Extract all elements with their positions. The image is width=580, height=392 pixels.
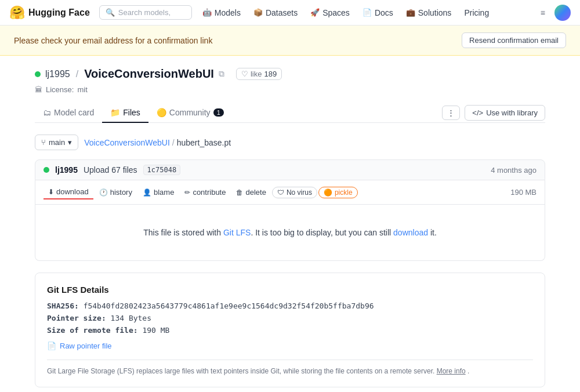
nav-docs[interactable]: 📄 Docs (357, 6, 399, 20)
nav-pricing-label: Pricing (464, 8, 489, 17)
nav-docs-label: Docs (375, 8, 393, 17)
lfs-sha-row: SHA256: f54b40fd2802423a5643779c4861af1e… (47, 302, 533, 310)
repo-name: VoiceConversionWebUI (84, 67, 214, 81)
community-icon: 🟡 (157, 108, 166, 117)
lfs-stored-text: This file is stored with (143, 228, 223, 237)
commit-message: Upload 67 files (84, 165, 137, 175)
tab-community[interactable]: 🟡 Community 1 (148, 103, 232, 123)
commit-status-dot (44, 167, 49, 173)
git-lfs-link[interactable]: Git LFS (223, 228, 251, 237)
download-action[interactable]: ⬇ download (44, 185, 93, 199)
use-with-library-button[interactable]: </> Use with library (465, 105, 545, 121)
tabs-right: ⋮ </> Use with library (442, 105, 545, 121)
tab-model-card-label: Model card (54, 108, 94, 117)
tab-files-label: Files (123, 108, 140, 117)
lfs-download-link[interactable]: download (393, 228, 428, 237)
resend-confirmation-button[interactable]: Resend confirmation email (462, 32, 566, 48)
contribute-icon: ✏ (184, 188, 190, 197)
delete-icon: 🗑 (236, 188, 243, 197)
nav-datasets[interactable]: 📦 Datasets (248, 6, 303, 20)
chevron-down-icon: ▾ (68, 138, 72, 147)
docs-icon: 📄 (362, 8, 372, 17)
more-info-link[interactable]: More info (437, 367, 466, 375)
nav-solutions-label: Solutions (418, 8, 452, 17)
nav-solutions[interactable]: 💼 Solutions (400, 6, 458, 20)
lfs-pointer-value: 134 Bytes (111, 314, 151, 322)
more-options-button[interactable]: ⋮ (442, 106, 460, 120)
blame-icon: 👤 (143, 188, 151, 197)
nav-spaces-label: Spaces (322, 8, 350, 17)
lfs-sha-value: f54b40fd2802423a5643779c4861af1e9ee9c156… (84, 302, 374, 310)
copy-icon[interactable]: ⧉ (219, 69, 224, 79)
lfs-period: . (467, 367, 469, 375)
brand-name: Hugging Face (28, 8, 90, 18)
lfs-message: This file is stored with Git LFS. It is … (47, 228, 533, 237)
avatar[interactable] (554, 5, 571, 21)
history-action[interactable]: 🕐 history (95, 186, 137, 199)
commit-time: 4 months ago (491, 166, 536, 175)
raw-pointer-link[interactable]: 📄 Raw pointer file (47, 342, 533, 350)
pickle-label: pickle (335, 188, 353, 197)
delete-action[interactable]: 🗑 delete (231, 186, 270, 199)
tab-model-card[interactable]: 🗂 Model card (35, 103, 102, 123)
lfs-details-title: Git LFS Details (47, 285, 533, 295)
blame-label: blame (154, 188, 174, 197)
like-button[interactable]: ♡ like 189 (236, 68, 282, 80)
model-card-icon: 🗂 (43, 108, 51, 117)
raw-pointer-label: Raw pointer file (60, 342, 112, 350)
download-icon: ⬇ (48, 188, 54, 196)
nav-spaces[interactable]: 🚀 Spaces (304, 6, 356, 20)
file-nav: ⑂ main ▾ VoiceConversionWebUI / hubert_b… (35, 135, 545, 150)
lfs-footer: Git Large File Storage (LFS) replaces la… (47, 360, 533, 375)
history-label: history (110, 188, 132, 197)
license-building-icon: 🏛 (35, 85, 42, 94)
lfs-end-text: it. (428, 228, 437, 237)
hf-logo-icon: 🤗 (9, 5, 25, 20)
no-virus-label: No virus (287, 188, 312, 197)
delete-label: delete (245, 188, 266, 197)
navbar: 🤗 Hugging Face 🔍 Search models, 🤖 Models… (0, 0, 580, 26)
nav-pricing[interactable]: Pricing (458, 6, 495, 20)
commit-hash[interactable]: 1c75048 (143, 165, 181, 175)
commit-user[interactable]: lj1995 (55, 165, 78, 175)
tab-community-label: Community (169, 108, 211, 117)
breadcrumb-separator: / (172, 138, 175, 147)
lfs-details-panel: Git LFS Details SHA256: f54b40fd2802423a… (35, 273, 545, 387)
repo-owner[interactable]: lj1995 (45, 69, 70, 79)
search-icon: 🔍 (106, 8, 115, 17)
blame-action[interactable]: 👤 blame (138, 186, 179, 199)
heart-icon: ♡ (241, 70, 248, 78)
banner-text: Please check your email address for a co… (14, 36, 212, 45)
breadcrumb: VoiceConversionWebUI / hubert_base.pt (84, 138, 231, 147)
nav-models[interactable]: 🤖 Models (197, 6, 246, 20)
spaces-icon: 🚀 (310, 8, 320, 17)
lfs-pointer-row: Pointer size: 134 Bytes (47, 314, 533, 322)
breadcrumb-file: hubert_base.pt (177, 138, 231, 147)
file-size: 190 MB (510, 188, 536, 197)
code-icon: </> (472, 108, 483, 117)
contribute-action[interactable]: ✏ contribute (180, 186, 230, 199)
pickle-icon: 🟠 (324, 188, 332, 197)
branch-name: main (49, 138, 65, 147)
branch-selector[interactable]: ⑂ main ▾ (35, 135, 78, 150)
download-label: download (56, 187, 89, 196)
brand-logo[interactable]: 🤗 Hugging Face (9, 5, 90, 20)
search-placeholder: Search models, (118, 8, 171, 17)
lfs-remote-row: Size of remote file: 190 MB (47, 326, 533, 335)
breadcrumb-root-link[interactable]: VoiceConversionWebUI (84, 138, 170, 147)
files-icon: 📁 (110, 108, 120, 117)
hamburger-menu[interactable]: ≡ (536, 6, 550, 20)
confirmation-banner: Please check your email address for a co… (0, 26, 580, 56)
license-row: 🏛 License: mit (35, 85, 545, 94)
no-virus-badge: 🛡 No virus (272, 187, 317, 198)
file-icon: 📄 (47, 342, 56, 350)
tab-files[interactable]: 📁 Files (102, 103, 148, 123)
tabs: 🗂 Model card 📁 Files 🟡 Community 1 ⋮ </>… (35, 103, 545, 123)
nav-right: ≡ (536, 5, 571, 21)
repo-header: lj1995 / VoiceConversionWebUI ⧉ ♡ like 1… (35, 67, 545, 81)
contribute-label: contribute (193, 188, 226, 197)
datasets-icon: 📦 (253, 8, 263, 17)
status-dot-icon (35, 71, 41, 77)
nav-models-label: Models (215, 8, 241, 17)
search-box[interactable]: 🔍 Search models, (99, 5, 192, 20)
